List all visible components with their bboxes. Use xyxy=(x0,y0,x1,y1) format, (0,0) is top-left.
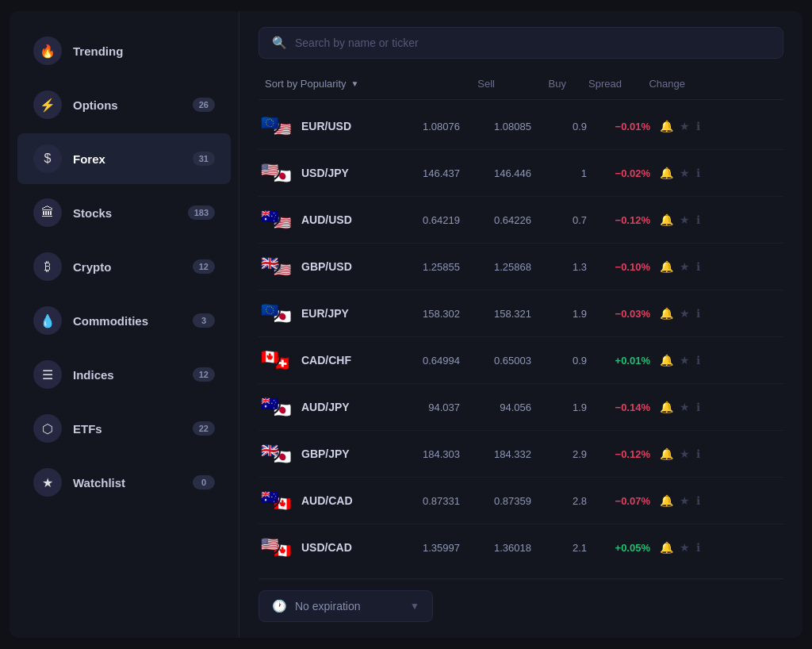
instrument-flags: 🇺🇸🇯🇵 xyxy=(259,159,293,187)
table-row[interactable]: 🇬🇧🇺🇸GBP/USD1.258551.258681.3−0.10%🔔★ℹ xyxy=(259,244,783,290)
star-icon[interactable]: ★ xyxy=(680,541,690,554)
sidebar-item-watchlist[interactable]: ★Watchlist0 xyxy=(17,457,231,508)
instrument-flags: 🇬🇧🇺🇸 xyxy=(259,252,293,281)
info-icon[interactable]: ℹ xyxy=(696,354,700,367)
instrument-name: AUD/CAD xyxy=(301,494,389,507)
instrument-spread: 2.1 xyxy=(531,542,587,554)
table-row[interactable]: 🇪🇺🇯🇵EUR/JPY158.302158.3211.9−0.03%🔔★ℹ xyxy=(259,290,783,337)
instrument-change: −0.02% xyxy=(587,167,650,179)
info-icon[interactable]: ℹ xyxy=(696,213,700,226)
sidebar-item-options[interactable]: ⚡Options26 xyxy=(17,79,231,130)
bell-icon[interactable]: 🔔 xyxy=(660,401,673,413)
instrument-spread: 0.9 xyxy=(531,121,587,132)
flag-primary: 🇬🇧 xyxy=(259,252,281,275)
instrument-actions: 🔔★ℹ xyxy=(660,541,700,554)
instrument-flags: 🇦🇺🇨🇦 xyxy=(259,486,293,515)
table-row[interactable]: 🇬🇧🇯🇵GBP/JPY184.303184.3322.9−0.12%🔔★ℹ xyxy=(259,431,783,478)
instrument-actions: 🔔★ℹ xyxy=(660,401,700,413)
table-row[interactable]: 🇺🇸🇯🇵USD/JPY146.437146.4461−0.02%🔔★ℹ xyxy=(259,150,783,197)
info-icon[interactable]: ℹ xyxy=(696,447,700,460)
bell-icon[interactable]: 🔔 xyxy=(660,167,673,179)
bell-icon[interactable]: 🔔 xyxy=(660,260,673,273)
sort-by-arrow-icon: ▼ xyxy=(351,79,359,88)
flag-primary: 🇦🇺 xyxy=(259,393,281,415)
sidebar-icon-indices: ☰ xyxy=(33,360,62,389)
table-row[interactable]: 🇦🇺🇺🇸AUD/USD0.642190.642260.7−0.12%🔔★ℹ xyxy=(259,197,783,244)
instrument-spread: 2.9 xyxy=(531,448,587,460)
instrument-spread: 0.9 xyxy=(531,355,587,367)
info-icon[interactable]: ℹ xyxy=(696,541,700,554)
instrument-name: CAD/CHF xyxy=(301,354,389,367)
col-header-buy: Buy xyxy=(495,78,566,90)
table-row[interactable]: 🇪🇺🇺🇸EUR/USD1.080761.080850.9−0.01%🔔★ℹ xyxy=(259,103,783,150)
star-icon[interactable]: ★ xyxy=(680,447,690,460)
sidebar-item-trending[interactable]: 🔥Trending xyxy=(17,25,231,76)
sidebar-item-indices[interactable]: ☰Indices12 xyxy=(17,349,231,400)
sidebar-label-options: Options xyxy=(73,98,193,112)
expiration-arrow-icon: ▼ xyxy=(410,601,419,612)
table-row[interactable]: 🇦🇺🇨🇦AUD/CAD0.873310.873592.8−0.07%🔔★ℹ xyxy=(259,478,783,524)
star-icon[interactable]: ★ xyxy=(680,494,690,507)
sidebar-label-watchlist: Watchlist xyxy=(73,476,193,490)
instrument-buy: 146.446 xyxy=(460,167,531,179)
expiration-selector[interactable]: 🕐 No expiration ▼ xyxy=(259,590,433,622)
bell-icon[interactable]: 🔔 xyxy=(660,354,673,367)
sidebar-item-forex[interactable]: $Forex31 xyxy=(17,133,231,184)
instrument-buy: 0.64226 xyxy=(460,214,531,226)
bell-icon[interactable]: 🔔 xyxy=(660,213,673,226)
flag-primary: 🇦🇺 xyxy=(259,205,281,228)
sidebar-item-etfs[interactable]: ⬡ETFs22 xyxy=(17,403,231,454)
instrument-actions: 🔔★ℹ xyxy=(660,213,700,226)
star-icon[interactable]: ★ xyxy=(680,307,690,320)
sidebar-item-commodities[interactable]: 💧Commodities3 xyxy=(17,295,231,346)
bell-icon[interactable]: 🔔 xyxy=(660,494,673,507)
instrument-actions: 🔔★ℹ xyxy=(660,120,700,132)
info-icon[interactable]: ℹ xyxy=(696,167,700,179)
bell-icon[interactable]: 🔔 xyxy=(660,541,673,554)
sidebar-item-crypto[interactable]: ₿Crypto12 xyxy=(17,241,231,292)
instrument-actions: 🔔★ℹ xyxy=(660,447,700,460)
instrument-change: +0.05% xyxy=(587,542,650,554)
flag-primary: 🇬🇧 xyxy=(259,440,281,462)
sidebar-item-stocks[interactable]: 🏛Stocks183 xyxy=(17,187,231,238)
star-icon[interactable]: ★ xyxy=(680,120,690,132)
instrument-buy: 94.056 xyxy=(460,401,531,413)
instrument-name: AUD/USD xyxy=(301,213,389,226)
instrument-buy: 1.08085 xyxy=(460,121,531,132)
table-row[interactable]: 🇦🇺🇯🇵AUD/JPY94.03794.0561.9−0.14%🔔★ℹ xyxy=(259,384,783,431)
bell-icon[interactable]: 🔔 xyxy=(660,307,673,320)
bell-icon[interactable]: 🔔 xyxy=(660,120,673,132)
instrument-spread: 1.9 xyxy=(531,308,587,320)
star-icon[interactable]: ★ xyxy=(680,401,690,413)
table-row[interactable]: 🇺🇸🇨🇦USD/CAD1.359971.360182.1+0.05%🔔★ℹ xyxy=(259,524,783,567)
sidebar-badge-etfs: 22 xyxy=(193,421,215,436)
instruments-list: 🇪🇺🇺🇸EUR/USD1.080761.080850.9−0.01%🔔★ℹ🇺🇸🇯… xyxy=(259,103,783,567)
info-icon[interactable]: ℹ xyxy=(696,260,700,273)
instrument-change: −0.03% xyxy=(587,308,650,320)
star-icon[interactable]: ★ xyxy=(680,213,690,226)
search-input[interactable] xyxy=(295,36,770,49)
instrument-spread: 1 xyxy=(531,167,587,179)
sort-by-dropdown[interactable]: Sort by Popularity ▼ xyxy=(265,78,423,90)
info-icon[interactable]: ℹ xyxy=(696,401,700,413)
instrument-change: −0.10% xyxy=(587,261,650,273)
instrument-actions: 🔔★ℹ xyxy=(660,307,700,320)
search-bar: 🔍 xyxy=(259,27,783,59)
instrument-buy: 1.25868 xyxy=(460,261,531,273)
instrument-change: −0.07% xyxy=(587,495,650,507)
table-row[interactable]: 🇨🇦🇨🇭CAD/CHF0.649940.650030.9+0.01%🔔★ℹ xyxy=(259,337,783,384)
star-icon[interactable]: ★ xyxy=(680,354,690,367)
bell-icon[interactable]: 🔔 xyxy=(660,447,673,460)
instrument-sell: 0.87331 xyxy=(389,495,460,507)
expiration-label: No expiration xyxy=(295,600,361,613)
info-icon[interactable]: ℹ xyxy=(696,307,700,320)
instrument-sell: 0.64994 xyxy=(389,355,460,367)
star-icon[interactable]: ★ xyxy=(680,260,690,273)
instrument-flags: 🇪🇺🇺🇸 xyxy=(259,112,293,140)
sidebar-icon-watchlist: ★ xyxy=(33,468,62,497)
search-icon: 🔍 xyxy=(272,36,287,50)
sidebar-icon-crypto: ₿ xyxy=(33,252,62,281)
star-icon[interactable]: ★ xyxy=(680,167,690,179)
info-icon[interactable]: ℹ xyxy=(696,494,700,507)
info-icon[interactable]: ℹ xyxy=(696,120,700,132)
